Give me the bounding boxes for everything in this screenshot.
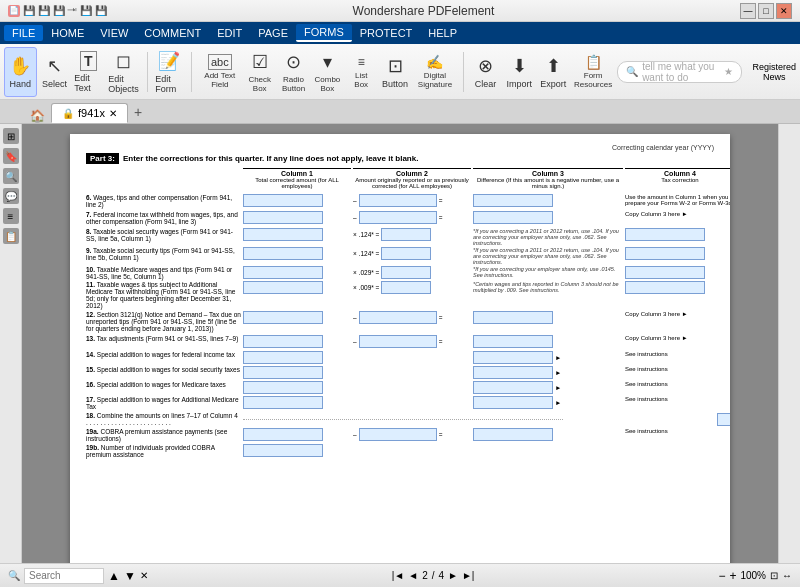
row-15-field2[interactable] <box>473 366 553 379</box>
export-button[interactable]: ⬆ Export <box>537 47 569 97</box>
registered-button[interactable]: Registered <box>752 62 796 72</box>
row-19a-field2[interactable] <box>359 428 437 441</box>
part3-instruction: Enter the corrections for this quarter. … <box>123 154 418 163</box>
row-11-field3[interactable] <box>625 281 705 294</box>
zoom-out-button[interactable]: − <box>718 569 725 583</box>
search-box[interactable]: 🔍 tell me what you want to do ★ <box>617 61 742 83</box>
select-tool-button[interactable]: ↖ Select <box>39 47 71 97</box>
hand-icon: ✋ <box>9 55 31 77</box>
row-19b-field1[interactable] <box>243 444 323 457</box>
prev-search-button[interactable]: ▲ <box>108 569 120 583</box>
row-8: 8. Taxable social security wages (Form 9… <box>86 228 714 246</box>
row-11-field1[interactable] <box>243 281 323 294</box>
sidebar-annot-icon[interactable]: 💬 <box>3 188 19 204</box>
import-button[interactable]: ⬇ Import <box>503 47 535 97</box>
row-19a-field3[interactable] <box>473 428 553 441</box>
close-search-button[interactable]: ✕ <box>140 570 148 581</box>
row-18: 18. Combine the amounts on lines 7–17 of… <box>86 412 714 426</box>
row-12-field1[interactable] <box>243 311 323 324</box>
menu-help[interactable]: HELP <box>420 25 465 41</box>
hand-tool-button[interactable]: ✋ Hand <box>4 47 37 97</box>
row-13-field1[interactable] <box>243 335 323 348</box>
row-10-field1[interactable] <box>243 266 323 279</box>
zoom-in-button[interactable]: + <box>729 569 736 583</box>
combo-box-button[interactable]: ▾ Combo Box <box>311 47 343 97</box>
row-17-field1[interactable] <box>243 396 323 409</box>
menu-home[interactable]: HOME <box>43 25 92 41</box>
button-button[interactable]: ⊡ Button <box>379 47 411 97</box>
edit-objects-button[interactable]: ◻ Edit Objects <box>106 47 141 97</box>
row-10-field2[interactable] <box>381 266 431 279</box>
row-14-field1[interactable] <box>243 351 323 364</box>
form-resources-button[interactable]: 📋 Form Resources <box>571 47 615 97</box>
row-18-field[interactable] <box>717 413 730 426</box>
row-6-field1[interactable] <box>243 194 323 207</box>
tab-close-button[interactable]: ✕ <box>109 108 117 119</box>
row-9-field2[interactable] <box>381 247 431 260</box>
edit-form-button[interactable]: 📝 Edit Form <box>153 47 185 97</box>
menu-view[interactable]: VIEW <box>92 25 136 41</box>
next-search-button[interactable]: ▼ <box>124 569 136 583</box>
row-15-field1[interactable] <box>243 366 323 379</box>
add-text-field-button[interactable]: abc Add Text Field <box>198 47 242 97</box>
sidebar-bookmark-icon[interactable]: 🔖 <box>3 148 19 164</box>
news-button[interactable]: News <box>763 72 786 82</box>
row-9-field3[interactable] <box>625 247 705 260</box>
row-8-field1[interactable] <box>243 228 323 241</box>
search-icon-status[interactable]: 🔍 <box>8 570 20 581</box>
edit-text-button[interactable]: T Edit Text <box>72 47 104 97</box>
fit-page-button[interactable]: ⊡ <box>770 570 778 581</box>
menu-file[interactable]: FILE <box>4 25 43 41</box>
prev-page-button[interactable]: ◄ <box>408 570 418 581</box>
row-6-field3[interactable] <box>473 194 553 207</box>
row-7-field2[interactable] <box>359 211 437 224</box>
row-13-field2[interactable] <box>359 335 437 348</box>
minimize-button[interactable]: — <box>740 3 756 19</box>
menu-protect[interactable]: PROTECT <box>352 25 421 41</box>
row-9-field1[interactable] <box>243 247 323 260</box>
tab-f941x[interactable]: 🔒 f941x ✕ <box>51 103 128 123</box>
row-7-field3[interactable] <box>473 211 553 224</box>
row-13-col3 <box>473 335 623 348</box>
row-19a-field1[interactable] <box>243 428 323 441</box>
row-12-field2[interactable] <box>359 311 437 324</box>
sidebar-thumbs-icon[interactable]: ⊞ <box>3 128 19 144</box>
search-input-status[interactable] <box>24 568 104 584</box>
maximize-button[interactable]: □ <box>758 3 774 19</box>
add-tab-button[interactable]: + <box>128 101 148 123</box>
menu-page[interactable]: PAGE <box>250 25 296 41</box>
list-box-button[interactable]: ≡ List Box <box>345 47 377 97</box>
row-16-field2[interactable] <box>473 381 553 394</box>
fit-width-button[interactable]: ↔ <box>782 570 792 581</box>
radio-button-button[interactable]: ⊙ Radio Button <box>278 47 310 97</box>
row-18-desc: 18. Combine the amounts on lines 7–17 of… <box>86 412 241 426</box>
first-page-button[interactable]: |◄ <box>392 570 405 581</box>
digital-signature-button[interactable]: ✍ Digital Signature <box>413 47 457 97</box>
home-icon[interactable]: 🏠 <box>28 109 47 123</box>
menu-forms[interactable]: FORMS <box>296 24 352 42</box>
row-12-field3[interactable] <box>473 311 553 324</box>
row-8-field2[interactable] <box>381 228 431 241</box>
row-10-field3[interactable] <box>625 266 705 279</box>
clear-button[interactable]: ⊗ Clear <box>470 47 502 97</box>
sidebar-layers-icon[interactable]: ≡ <box>3 208 19 224</box>
next-page-button[interactable]: ► <box>448 570 458 581</box>
row-17-field2[interactable] <box>473 396 553 409</box>
row-8-field3[interactable] <box>625 228 705 241</box>
row-13-field3[interactable] <box>473 335 553 348</box>
row-11-field2[interactable] <box>381 281 431 294</box>
row-16-field1[interactable] <box>243 381 323 394</box>
sidebar-search-icon[interactable]: 🔍 <box>3 168 19 184</box>
row-7-field1[interactable] <box>243 211 323 224</box>
row-14-field2[interactable] <box>473 351 553 364</box>
menu-comment[interactable]: COMMENT <box>136 25 209 41</box>
sidebar-fields-icon[interactable]: 📋 <box>3 228 19 244</box>
edit-text-icon: T <box>80 51 97 71</box>
check-box-button[interactable]: ☑ Check Box <box>244 47 276 97</box>
row-6-field2[interactable] <box>359 194 437 207</box>
separator-2 <box>191 52 192 92</box>
column-headers: Column 1 Total corrected amount (for ALL… <box>86 168 714 190</box>
menu-edit[interactable]: EDIT <box>209 25 250 41</box>
last-page-button[interactable]: ►| <box>462 570 475 581</box>
close-button[interactable]: ✕ <box>776 3 792 19</box>
